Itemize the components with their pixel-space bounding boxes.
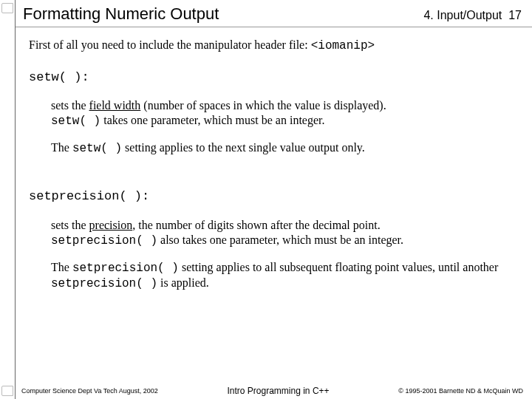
setprecision-line2: setprecision( ) also takes one parameter… bbox=[51, 233, 511, 248]
setw-line1: sets the field width (number of spaces i… bbox=[51, 98, 511, 113]
footer-center: Intro Programming in C++ bbox=[228, 386, 330, 396]
chapter-label: 4. Input/Output bbox=[423, 9, 502, 21]
slide-header: Formatting Numeric Output 4. Input/Outpu… bbox=[16, 0, 532, 27]
setprecision-line3: The setprecision( ) setting applies to a… bbox=[51, 260, 511, 291]
setprecision-line1: sets the precision, the number of digits… bbox=[51, 218, 511, 233]
footer-left: Computer Science Dept Va Tech August, 20… bbox=[21, 387, 158, 395]
setprecision-block: sets the precision, the number of digits… bbox=[29, 218, 511, 291]
slide-chapter-page: 4. Input/Output 17 bbox=[423, 9, 522, 22]
intro-code: <iomanip> bbox=[311, 39, 375, 52]
setprecision-heading: setprecision( ): bbox=[29, 188, 511, 204]
setw-block: sets the field width (number of spaces i… bbox=[29, 98, 511, 156]
slide-footer: Computer Science Dept Va Tech August, 20… bbox=[16, 386, 532, 396]
setw-line3: The setw( ) setting applies to the next … bbox=[51, 140, 511, 156]
intro-text: First of all you need to include the man… bbox=[29, 38, 311, 51]
slide: Formatting Numeric Output 4. Input/Outpu… bbox=[15, 0, 532, 399]
page-number: 17 bbox=[508, 9, 522, 21]
field-width-term: field width bbox=[89, 99, 141, 112]
slide-body: First of all you need to include the man… bbox=[16, 27, 532, 291]
slide-title: Formatting Numeric Output bbox=[23, 4, 219, 24]
footer-right: © 1995-2001 Barnette ND & McQuain WD bbox=[398, 387, 523, 395]
intro-line: First of all you need to include the man… bbox=[29, 38, 511, 53]
setw-line2: setw( ) takes one parameter, which must … bbox=[51, 113, 511, 129]
precision-term: precision bbox=[89, 219, 133, 231]
setw-heading: setw( ): bbox=[29, 69, 511, 85]
